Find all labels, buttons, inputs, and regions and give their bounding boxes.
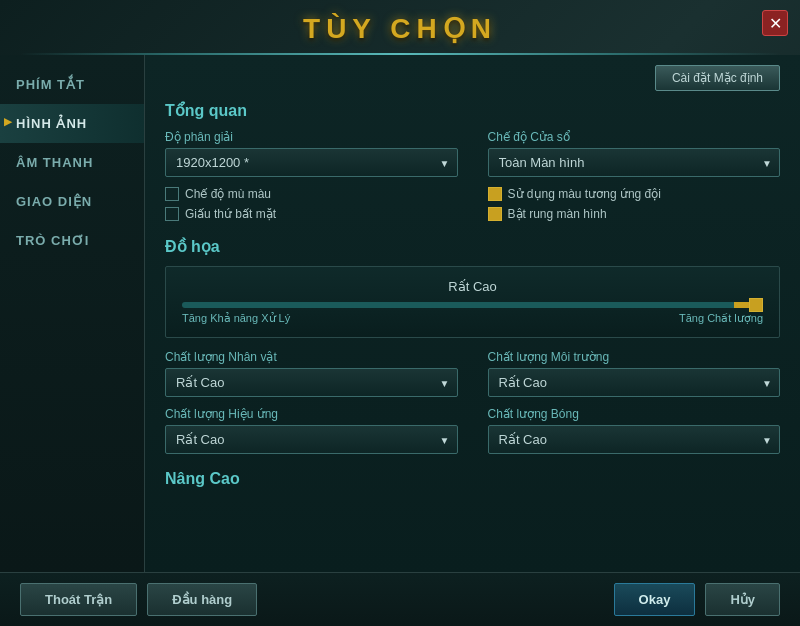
bong-group: Chất lượng Bóng Rất CaoCaoTrung bìnhThấp…	[488, 407, 781, 454]
moi-truong-label: Chất lượng Môi trường	[488, 350, 781, 364]
checkbox-color-blind[interactable]: Chế độ mù màu	[165, 187, 458, 201]
sidebar-item-hinh-anh[interactable]: HÌNH ẢNH	[0, 104, 144, 143]
nang-cao-section: Nâng Cao	[165, 470, 780, 488]
dialog-title: TÙY CHỌN	[0, 12, 800, 45]
slider-labels: Tăng Khả năng Xử Lý Tăng Chất lượng	[182, 312, 763, 325]
hieu-ung-select-wrapper: Rất CaoCaoTrung bìnhThấp ▼	[165, 425, 458, 454]
hieu-ung-select[interactable]: Rất CaoCaoTrung bìnhThấp	[165, 425, 458, 454]
hieu-ung-label: Chất lượng Hiệu ứng	[165, 407, 458, 421]
footer: Thoát Trận Đầu hàng Okay Hủy	[0, 572, 800, 626]
checkbox-color-blind-box	[165, 187, 179, 201]
resolution-group: Độ phân giải 1920x1200 * 1920x1080 1600x…	[165, 130, 458, 177]
footer-right: Okay Hủy	[614, 583, 780, 616]
checkbox-screen-shake[interactable]: Bật rung màn hình	[488, 207, 781, 221]
slider-left-label: Tăng Khả năng Xử Lý	[182, 312, 290, 325]
checkbox-team-color-box	[488, 187, 502, 201]
right-panel: Cài đặt Mặc định Tổng quan Độ phân giải …	[145, 55, 800, 572]
quality-grid: Chất lượng Nhân vật Rất CaoCaoTrung bình…	[165, 350, 780, 454]
tong-quan-section: Tổng quan Độ phân giải 1920x1200 * 1920x…	[165, 101, 780, 221]
close-button[interactable]: ✕	[762, 10, 788, 36]
window-mode-group: Chế độ Cửa sổ Toàn Màn hình Cửa sổ Toàn …	[488, 130, 781, 177]
window-mode-select-wrapper: Toàn Màn hình Cửa sổ Toàn màn hình không…	[488, 148, 781, 177]
title-bar: TÙY CHỌN ✕	[0, 0, 800, 53]
nhan-vat-select[interactable]: Rất CaoCaoTrung bìnhThấp	[165, 368, 458, 397]
checkbox-screen-shake-label: Bật rung màn hình	[508, 207, 607, 221]
do-hoa-inner: Rất Cao Tăng Khả năng Xử Lý Tăng Chất lư…	[165, 266, 780, 338]
main-content: PHÍM TẮT HÌNH ẢNH ÂM THANH GIAO DIỆN TRÒ…	[0, 55, 800, 572]
default-settings-button[interactable]: Cài đặt Mặc định	[655, 65, 780, 91]
bong-select-wrapper: Rất CaoCaoTrung bìnhThấp ▼	[488, 425, 781, 454]
do-hoa-title: Đồ họa	[165, 237, 780, 256]
top-right-area: Cài đặt Mặc định	[165, 65, 780, 91]
window-mode-select[interactable]: Toàn Màn hình Cửa sổ Toàn màn hình không…	[488, 148, 781, 177]
quality-slider-track[interactable]	[182, 302, 763, 308]
checkbox-team-color[interactable]: Sử dụng màu tương ứng đội	[488, 187, 781, 201]
footer-left: Thoát Trận Đầu hàng	[20, 583, 257, 616]
resolution-label: Độ phân giải	[165, 130, 458, 144]
nhan-vat-select-wrapper: Rất CaoCaoTrung bìnhThấp ▼	[165, 368, 458, 397]
do-hoa-section: Đồ họa Rất Cao Tăng Khả năng Xử Lý Tăng …	[165, 237, 780, 454]
slider-label: Rất Cao	[182, 279, 763, 294]
resolution-select-wrapper: 1920x1200 * 1920x1080 1600x900 1280x720 …	[165, 148, 458, 177]
checkbox-screen-shake-box	[488, 207, 502, 221]
checkbox-team-color-label: Sử dụng màu tương ứng đội	[508, 187, 661, 201]
moi-truong-select-wrapper: Rất CaoCaoTrung bìnhThấp ▼	[488, 368, 781, 397]
main-dialog: TÙY CHỌN ✕ PHÍM TẮT HÌNH ẢNH ÂM THANH GI…	[0, 0, 800, 626]
nhan-vat-group: Chất lượng Nhân vật Rất CaoCaoTrung bình…	[165, 350, 458, 397]
thoat-tran-button[interactable]: Thoát Trận	[20, 583, 137, 616]
moi-truong-group: Chất lượng Môi trường Rất CaoCaoTrung bì…	[488, 350, 781, 397]
bong-label: Chất lượng Bóng	[488, 407, 781, 421]
window-mode-label: Chế độ Cửa sổ	[488, 130, 781, 144]
nhan-vat-label: Chất lượng Nhân vật	[165, 350, 458, 364]
slider-right-label: Tăng Chất lượng	[679, 312, 763, 325]
bong-select[interactable]: Rất CaoCaoTrung bìnhThấp	[488, 425, 781, 454]
sidebar-item-tro-choi[interactable]: TRÒ CHƠI	[0, 221, 144, 260]
hieu-ung-group: Chất lượng Hiệu ứng Rất CaoCaoTrung bình…	[165, 407, 458, 454]
resolution-select[interactable]: 1920x1200 * 1920x1080 1600x900 1280x720	[165, 148, 458, 177]
sidebar-item-giao-dien[interactable]: GIAO DIỆN	[0, 182, 144, 221]
nang-cao-title: Nâng Cao	[165, 470, 780, 488]
tong-quan-title: Tổng quan	[165, 101, 780, 120]
okay-button[interactable]: Okay	[614, 583, 696, 616]
checkbox-hide-secret[interactable]: Giấu thứ bất mặt	[165, 207, 458, 221]
tong-quan-grid: Độ phân giải 1920x1200 * 1920x1080 1600x…	[165, 130, 780, 177]
sidebar-item-phim-tat[interactable]: PHÍM TẮT	[0, 65, 144, 104]
checkbox-color-blind-label: Chế độ mù màu	[185, 187, 271, 201]
quality-slider-thumb[interactable]	[749, 298, 763, 312]
sidebar: PHÍM TẮT HÌNH ẢNH ÂM THANH GIAO DIỆN TRÒ…	[0, 55, 145, 572]
sidebar-item-am-thanh[interactable]: ÂM THANH	[0, 143, 144, 182]
dau-hang-button[interactable]: Đầu hàng	[147, 583, 257, 616]
checkbox-hide-secret-label: Giấu thứ bất mặt	[185, 207, 276, 221]
checkboxes-row: Chế độ mù màu Sử dụng màu tương ứng đội …	[165, 187, 780, 221]
huy-button[interactable]: Hủy	[705, 583, 780, 616]
moi-truong-select[interactable]: Rất CaoCaoTrung bìnhThấp	[488, 368, 781, 397]
checkbox-hide-secret-box	[165, 207, 179, 221]
